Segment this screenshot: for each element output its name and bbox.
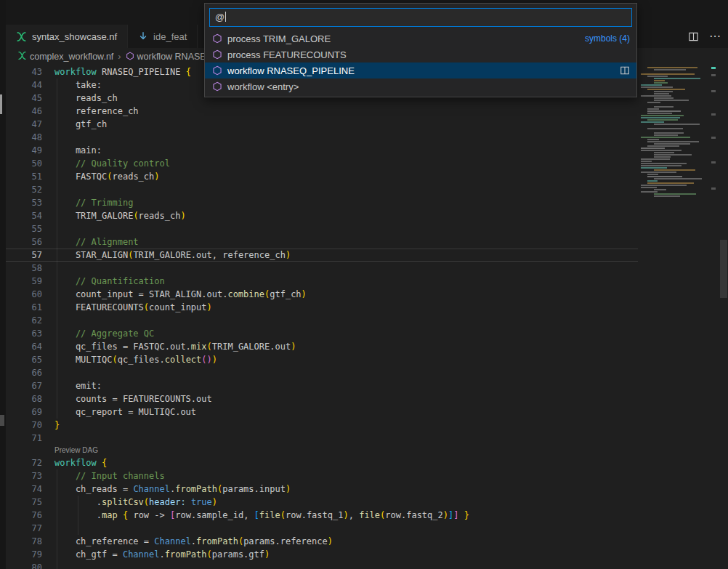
code-line[interactable]: 49 main: [6,144,638,157]
code-line[interactable]: 75 .splitCsv(header: true) [6,496,638,509]
download-arrow-icon [138,31,148,41]
code-tokens: qc_report = MULTIQC.out [54,407,196,417]
line-number: 70 [6,419,42,432]
line-number: 63 [6,327,42,340]
code-line[interactable]: 56 // Alignment [6,235,638,249]
quickpick-item[interactable]: process FEATURECOUNTS [205,47,636,62]
code-line[interactable]: 47 gtf_ch [6,118,638,131]
line-number: 78 [6,535,42,548]
code-line[interactable]: 71 [6,432,638,445]
quickpick-item[interactable]: process TRIM_GALOREsymbols (4) [205,31,636,47]
code-line[interactable]: 69 qc_report = MULTIQC.out [6,405,638,419]
code-line[interactable]: 72workflow { [6,456,638,469]
code-line[interactable]: 70} [6,419,638,432]
minimap[interactable] [638,65,708,569]
line-number: 68 [6,392,42,405]
code-tokens: workflow { [54,458,107,468]
code-line[interactable]: 65 MULTIQC(qc_files.collect()) [6,353,638,366]
overview-ruler [711,65,717,569]
code-line[interactable]: 73 // Input channels [6,469,638,483]
quickpick-item[interactable]: workflow RNASEQ_PIPELINE [205,62,636,78]
code-line[interactable]: 68 counts = FEATURECOUNTS.out [6,392,638,405]
window-edge-strip [0,0,6,569]
line-number: 69 [6,405,42,419]
code-line[interactable]: 57 STAR_ALIGN(TRIM_GALORE.out, reference… [6,249,638,262]
line-number: 67 [6,379,42,392]
code-line[interactable]: 77 [6,522,638,535]
code-tokens: gtf_ch [54,119,107,129]
edge-artifact [0,415,4,426]
code-line[interactable]: 52 [6,183,638,196]
code-tokens: // Input channels [54,471,165,481]
tab-syntax-showcase[interactable]: syntax_showcase.nf [6,25,128,48]
line-number: 53 [6,196,42,209]
line-number: 74 [6,483,42,496]
code-tokens: // Quality control [54,158,170,169]
line-number: 57 [6,249,42,262]
code-tokens: // Trimming [54,198,133,208]
code-line[interactable]: 46 reference_ch [6,105,638,118]
code-line[interactable]: 74 ch_reads = Channel.fromPath(params.in… [6,483,638,496]
code-tokens: take: [54,80,102,90]
code-line[interactable]: 64 qc_files = FASTQC.out.mix(TRIM_GALORE… [6,340,638,353]
tab-ide-features[interactable]: ide_feat [128,25,198,48]
code-line[interactable]: 50 // Quality control [6,157,638,170]
code-line[interactable]: 55 [6,222,638,235]
line-number: 75 [6,496,42,509]
quickpick-input[interactable]: @ [209,8,632,27]
code-editor[interactable]: 43workflow RNASEQ_PIPELINE {44 take:45 r… [6,65,728,569]
code-tokens: MULTIQC(qc_files.collect()) [54,355,217,365]
line-number: 56 [6,235,42,249]
symbol-icon [211,65,223,76]
code-tokens: qc_files = FASTQC.out.mix(TRIM_GALORE.ou… [54,342,296,352]
code-tokens: reference_ch [54,106,139,116]
code-line[interactable]: 53 // Trimming [6,196,638,209]
code-tokens: // Alignment [54,237,139,247]
split-editor-button[interactable] [688,31,699,42]
editor-actions: ⋯ [688,25,721,48]
breadcrumb-file[interactable]: complex_workflow.nf [17,51,113,62]
code-line[interactable]: 79 ch_gtf = Channel.fromPath(params.gtf) [6,548,638,561]
code-line[interactable]: 61 FEATURECOUNTS(count_input) [6,301,638,314]
breadcrumb-file-label: complex_workflow.nf [30,52,113,62]
open-to-side-button[interactable] [620,65,630,76]
code-tokens: reads_ch [54,93,118,103]
nextflow-icon [16,31,27,42]
line-number: 51 [6,170,42,183]
code-line[interactable]: 51 FASTQC(reads_ch) [6,170,638,183]
line-number: 58 [6,262,42,275]
code-tokens: ch_reference = Channel.fromPath(params.r… [54,536,333,546]
more-actions-button[interactable]: ⋯ [709,31,721,42]
quickpick-item-label: process FEATURECOUNTS [227,49,347,60]
code-line[interactable]: 60 count_input = STAR_ALIGN.out.combine(… [6,288,638,301]
line-number: 80 [6,561,42,569]
quickpick-item[interactable]: workflow <entry> [205,78,636,94]
code-line[interactable]: 54 TRIM_GALORE(reads_ch) [6,209,638,222]
code-lines: 43workflow RNASEQ_PIPELINE {44 take:45 r… [6,65,638,569]
vertical-scrollbar[interactable] [720,240,727,298]
code-tokens: FEATURECOUNTS(count_input) [54,302,212,312]
line-number: 52 [6,183,42,196]
code-line[interactable]: 59 // Quantification [6,275,638,288]
code-tokens: // Quantification [54,276,165,286]
code-line[interactable]: 66 [6,366,638,379]
code-line[interactable]: 63 // Aggregate QC [6,327,638,340]
line-number: 43 [6,65,42,78]
tab-label: ide_feat [153,31,187,42]
code-line[interactable]: 48 [6,131,638,144]
code-tokens: main: [54,145,102,156]
codelens-preview-dag[interactable]: Preview DAG [54,445,638,456]
code-line[interactable]: 80 [6,561,638,569]
line-number: 50 [6,157,42,170]
line-number: 66 [6,366,42,379]
code-line[interactable]: 62 [6,314,638,327]
code-line[interactable]: 58 [6,262,638,275]
line-number: 65 [6,353,42,366]
code-line[interactable]: 76 .map { row -> [row.sample_id, [file(r… [6,509,638,522]
code-tokens: ch_reads = Channel.fromPath(params.input… [54,484,291,494]
line-number: 44 [6,78,42,92]
edge-artifact [0,94,2,114]
code-line[interactable]: 78 ch_reference = Channel.fromPath(param… [6,535,638,548]
line-number: 46 [6,105,42,118]
code-line[interactable]: 67 emit: [6,379,638,392]
